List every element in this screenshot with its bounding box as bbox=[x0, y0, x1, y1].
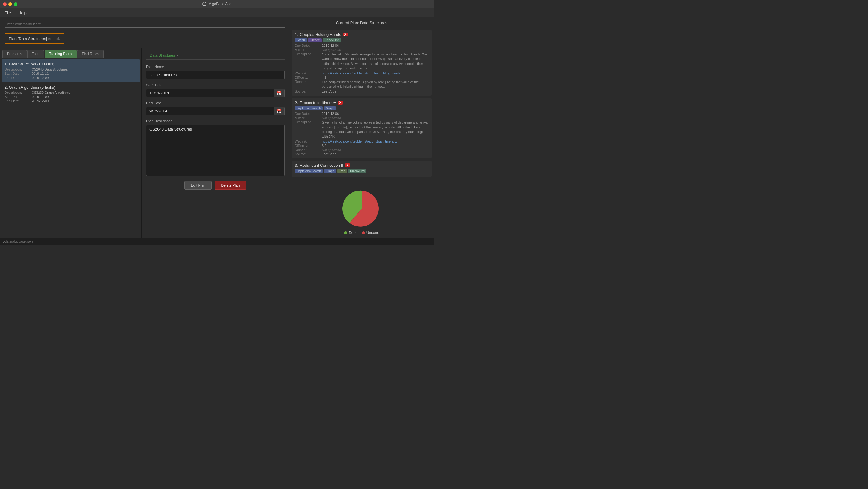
status-bar: ./data/algobase.json bbox=[0, 238, 434, 245]
problem-3-num: 3. bbox=[295, 163, 298, 167]
right-panel-header: Current Plan: Data Structures bbox=[289, 18, 434, 28]
sidebar-panel: Problems Tags Training Plans Find Rules … bbox=[0, 48, 142, 238]
problem-2-tags: Depth-first-Search Graph bbox=[295, 106, 429, 110]
minimize-button[interactable] bbox=[8, 2, 12, 6]
end-date-wrap: 📅 bbox=[146, 107, 284, 116]
content-area: Problems Tags Training Plans Find Rules … bbox=[0, 48, 289, 238]
end-date-picker-button[interactable]: 📅 bbox=[274, 107, 284, 116]
title-bar: AlgoBase App bbox=[0, 0, 434, 8]
problem-2-weblink[interactable]: https://leetcode.com/problems/reconstruc… bbox=[322, 140, 397, 143]
plan-item-1[interactable]: 1. Data Structures (13 tasks) Descriptio… bbox=[1, 59, 140, 82]
plan-name-group: Plan Name bbox=[146, 65, 284, 79]
button-row: Edit Plan Delete Plan bbox=[146, 181, 284, 190]
tag-union-find-3[interactable]: Union-Find bbox=[348, 169, 367, 173]
window-controls[interactable] bbox=[3, 2, 18, 6]
tag-dfs-2[interactable]: Depth-first-Search bbox=[295, 106, 323, 110]
chart-legend: Done Undone bbox=[344, 231, 379, 235]
problem-2-title: Reconstruct Itinerary bbox=[300, 100, 336, 105]
tag-graph-3[interactable]: Graph bbox=[324, 169, 336, 173]
legend-done: Done bbox=[344, 231, 358, 235]
tab-tags[interactable]: Tags bbox=[27, 50, 44, 58]
window-title: AlgoBase App bbox=[202, 2, 231, 6]
tag-union-find-1[interactable]: Union-Find bbox=[323, 38, 341, 42]
problem-2-num: 2. bbox=[295, 100, 298, 105]
problem-1-tags: Graph Greedy Union-Find bbox=[295, 38, 429, 42]
problem-1-num: 1. bbox=[295, 32, 298, 37]
plan-list: 1. Data Structures (13 tasks) Descriptio… bbox=[0, 58, 141, 238]
tag-dfs-3[interactable]: Depth-first-Search bbox=[295, 169, 323, 173]
tag-tree-3[interactable]: Tree bbox=[337, 169, 347, 173]
problem-1-badge: X bbox=[343, 33, 348, 36]
tab-problems[interactable]: Problems bbox=[2, 50, 27, 58]
done-dot bbox=[344, 231, 347, 234]
problem-item-2: 2. Reconstruct Itinerary X Depth-first-S… bbox=[292, 98, 432, 158]
message-area: Plan [Data Structures] edited. bbox=[0, 31, 289, 48]
tab-find-rules[interactable]: Find Rules bbox=[77, 50, 103, 58]
problem-1-meta: Due Date: 2019-12-06 Author: Not specifi… bbox=[295, 44, 429, 93]
problem-3-title: Redundant Connection II bbox=[300, 163, 343, 167]
start-date-label: Start Date bbox=[146, 83, 284, 87]
close-button[interactable] bbox=[3, 2, 7, 6]
description-textarea[interactable]: CS2040 Data Structures bbox=[146, 125, 284, 176]
description-label: Plan Description bbox=[146, 119, 284, 123]
edit-plan-button[interactable]: Edit Plan bbox=[184, 181, 212, 190]
right-panel: Current Plan: Data Structures 1. Couples… bbox=[289, 18, 434, 238]
command-area bbox=[0, 18, 289, 31]
legend-undone: Undone bbox=[362, 231, 379, 235]
start-date-picker-button[interactable]: 📅 bbox=[274, 89, 284, 97]
app-icon bbox=[202, 2, 207, 6]
edit-tab-data-structures[interactable]: Data Structures ✕ bbox=[146, 52, 182, 59]
plan-item-1-title: 1. Data Structures (13 tasks) bbox=[4, 62, 137, 66]
plan-item-2-detail: Description: CS3230 Graph Algorithms Sta… bbox=[4, 91, 137, 103]
chart-area: Done Undone bbox=[289, 186, 434, 238]
start-date-wrap: 📅 bbox=[146, 89, 284, 97]
edit-panel: Data Structures ✕ Plan Name Start Date 📅 bbox=[142, 48, 289, 238]
plan-item-2-title: 2. Graph Algorithms (5 tasks) bbox=[4, 85, 137, 90]
problem-list: 1. Couples Holding Hands X Graph Greedy … bbox=[289, 28, 434, 186]
close-tab-icon[interactable]: ✕ bbox=[176, 54, 179, 57]
problem-item-1: 1. Couples Holding Hands X Graph Greedy … bbox=[292, 30, 432, 96]
left-panel: Plan [Data Structures] edited. Problems … bbox=[0, 18, 289, 238]
description-group: Plan Description CS2040 Data Structures bbox=[146, 119, 284, 176]
tag-graph-2[interactable]: Graph bbox=[324, 106, 336, 110]
start-date-group: Start Date 📅 bbox=[146, 83, 284, 97]
plan-item-1-detail: Description: CS2040 Data Structures Star… bbox=[4, 67, 137, 80]
undone-dot bbox=[362, 231, 365, 234]
pie-chart bbox=[342, 189, 381, 228]
edit-tab-bar: Data Structures ✕ bbox=[146, 52, 284, 60]
problem-2-badge: X bbox=[338, 101, 343, 104]
maximize-button[interactable] bbox=[14, 2, 18, 6]
problem-item-3: 3. Redundant Connection II X Depth-first… bbox=[292, 161, 432, 177]
tab-training-plans[interactable]: Training Plans bbox=[44, 50, 76, 58]
menu-bar: File Help bbox=[0, 8, 434, 18]
plan-item-2[interactable]: 2. Graph Algorithms (5 tasks) Descriptio… bbox=[1, 83, 140, 105]
problem-2-header: 2. Reconstruct Itinerary X bbox=[295, 100, 429, 105]
menu-file[interactable]: File bbox=[3, 10, 12, 16]
end-date-label: End Date bbox=[146, 101, 284, 105]
message-box: Plan [Data Structures] edited. bbox=[4, 33, 64, 44]
problem-1-header: 1. Couples Holding Hands X bbox=[295, 32, 429, 37]
problem-1-title: Couples Holding Hands bbox=[300, 32, 341, 37]
menu-help[interactable]: Help bbox=[17, 10, 28, 16]
delete-plan-button[interactable]: Delete Plan bbox=[215, 181, 246, 190]
problem-2-meta: Due Date: 2019-12-06 Author: Not specifi… bbox=[295, 112, 429, 156]
tag-greedy-1[interactable]: Greedy bbox=[308, 38, 321, 42]
tab-bar: Problems Tags Training Plans Find Rules bbox=[0, 48, 141, 58]
tag-graph-1[interactable]: Graph bbox=[295, 38, 307, 42]
plan-name-label: Plan Name bbox=[146, 65, 284, 69]
problem-1-weblink[interactable]: https://leetcode.com/problems/couples-ho… bbox=[322, 71, 401, 75]
problem-3-header: 3. Redundant Connection II X bbox=[295, 163, 429, 167]
pie-chart-svg bbox=[342, 189, 381, 228]
end-date-input[interactable] bbox=[146, 107, 274, 116]
start-date-input[interactable] bbox=[146, 89, 274, 97]
problem-3-badge: X bbox=[345, 163, 350, 167]
end-date-group: End Date 📅 bbox=[146, 101, 284, 116]
problem-3-tags: Depth-first-Search Graph Tree Union-Find bbox=[295, 169, 429, 173]
plan-name-input[interactable] bbox=[146, 70, 284, 79]
command-input[interactable] bbox=[4, 21, 284, 28]
main-layout: Plan [Data Structures] edited. Problems … bbox=[0, 18, 434, 238]
